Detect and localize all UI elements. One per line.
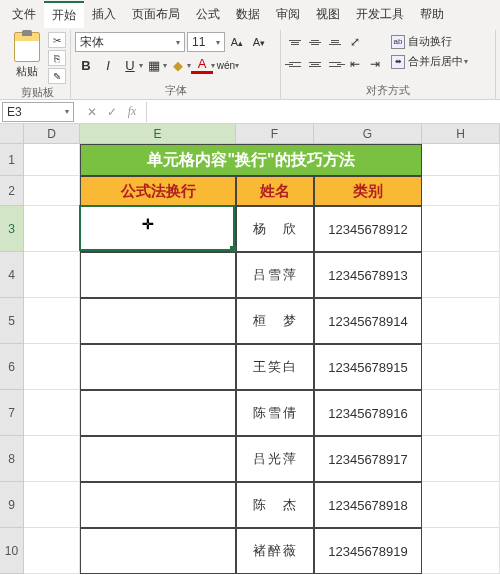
decrease-font-button[interactable]: A▾	[249, 32, 269, 52]
orientation-button[interactable]: ⤢	[345, 32, 365, 52]
cell-D8[interactable]	[24, 436, 80, 482]
menu-file[interactable]: 文件	[4, 2, 44, 27]
cell-G5[interactable]: 12345678914	[314, 298, 422, 344]
cell-H2[interactable]	[422, 176, 500, 206]
col-header-D[interactable]: D	[24, 124, 80, 144]
cell-D2[interactable]	[24, 176, 80, 206]
menu-layout[interactable]: 页面布局	[124, 2, 188, 27]
font-name-select[interactable]: 宋体▾	[75, 32, 185, 52]
align-left-button[interactable]	[285, 54, 305, 74]
cell-G3[interactable]: 12345678912	[314, 206, 422, 252]
menu-help[interactable]: 帮助	[412, 2, 452, 27]
cell-E7[interactable]	[80, 390, 236, 436]
row-header-3[interactable]: 3	[0, 206, 24, 252]
cell-H4[interactable]	[422, 252, 500, 298]
cell-G7[interactable]: 12345678916	[314, 390, 422, 436]
cell-F8[interactable]: 吕光萍	[236, 436, 314, 482]
menu-dev[interactable]: 开发工具	[348, 2, 412, 27]
row-header-2[interactable]: 2	[0, 176, 24, 206]
col-header-H[interactable]: H	[422, 124, 500, 144]
cell-H6[interactable]	[422, 344, 500, 390]
row-header-10[interactable]: 10	[0, 528, 24, 574]
phonetic-button[interactable]: wén	[215, 54, 237, 76]
formula-input[interactable]	[146, 102, 500, 122]
cell-E9[interactable]	[80, 482, 236, 528]
cell-E3[interactable]	[80, 206, 236, 252]
menu-formula[interactable]: 公式	[188, 2, 228, 27]
col-header-F[interactable]: F	[236, 124, 314, 144]
font-color-button[interactable]: A	[191, 56, 213, 74]
cell-G8[interactable]: 12345678917	[314, 436, 422, 482]
cell-E8[interactable]	[80, 436, 236, 482]
row-header-6[interactable]: 6	[0, 344, 24, 390]
cell-D9[interactable]	[24, 482, 80, 528]
cell-F6[interactable]: 王笑白	[236, 344, 314, 390]
cell-E5[interactable]	[80, 298, 236, 344]
menu-insert[interactable]: 插入	[84, 2, 124, 27]
table-header-name[interactable]: 姓名	[236, 176, 314, 206]
select-all-corner[interactable]	[0, 124, 24, 144]
cell-E10[interactable]	[80, 528, 236, 574]
enter-formula-button[interactable]: ✓	[104, 105, 120, 119]
fill-color-button[interactable]: ◆	[167, 54, 189, 76]
cell-F5[interactable]: 桓 梦	[236, 298, 314, 344]
row-header-4[interactable]: 4	[0, 252, 24, 298]
align-right-button[interactable]	[325, 54, 345, 74]
increase-font-button[interactable]: A▴	[227, 32, 247, 52]
align-top-button[interactable]	[285, 32, 305, 52]
row-header-8[interactable]: 8	[0, 436, 24, 482]
cell-D3[interactable]	[24, 206, 80, 252]
cell-G10[interactable]: 12345678919	[314, 528, 422, 574]
align-bottom-button[interactable]	[325, 32, 345, 52]
col-header-E[interactable]: E	[80, 124, 236, 144]
cell-F10[interactable]: 褚醉薇	[236, 528, 314, 574]
row-header-5[interactable]: 5	[0, 298, 24, 344]
name-box[interactable]: E3▾	[2, 102, 74, 122]
cell-D7[interactable]	[24, 390, 80, 436]
cell-H9[interactable]	[422, 482, 500, 528]
cell-D1[interactable]	[24, 144, 80, 176]
cell-F7[interactable]: 陈雪倩	[236, 390, 314, 436]
cell-D6[interactable]	[24, 344, 80, 390]
cell-H3[interactable]	[422, 206, 500, 252]
underline-button[interactable]: U	[119, 54, 141, 76]
cancel-formula-button[interactable]: ✕	[84, 105, 100, 119]
table-header-category[interactable]: 类别	[314, 176, 422, 206]
row-header-9[interactable]: 9	[0, 482, 24, 528]
cell-F3[interactable]: 杨 欣	[236, 206, 314, 252]
cut-button[interactable]: ✂	[48, 32, 66, 48]
cell-D5[interactable]	[24, 298, 80, 344]
decrease-indent-button[interactable]: ⇤	[345, 54, 365, 74]
table-title[interactable]: 单元格内容"换行"的技巧方法	[80, 144, 422, 176]
row-header-1[interactable]: 1	[0, 144, 24, 176]
merge-center-button[interactable]: ⬌合并后居中▾	[387, 52, 472, 71]
font-size-select[interactable]: 11▾	[187, 32, 225, 52]
cell-H5[interactable]	[422, 298, 500, 344]
row-header-7[interactable]: 7	[0, 390, 24, 436]
cell-G6[interactable]: 12345678915	[314, 344, 422, 390]
cell-E6[interactable]	[80, 344, 236, 390]
cell-D4[interactable]	[24, 252, 80, 298]
table-header-formula[interactable]: 公式法换行	[80, 176, 236, 206]
cell-H7[interactable]	[422, 390, 500, 436]
menu-view[interactable]: 视图	[308, 2, 348, 27]
border-button[interactable]: ▦	[143, 54, 165, 76]
format-painter-button[interactable]: ✎	[48, 68, 66, 84]
cell-G4[interactable]: 12345678913	[314, 252, 422, 298]
cell-E4[interactable]	[80, 252, 236, 298]
cell-H1[interactable]	[422, 144, 500, 176]
fx-button[interactable]: fx	[124, 104, 140, 119]
cell-D10[interactable]	[24, 528, 80, 574]
align-center-button[interactable]	[305, 54, 325, 74]
cell-F9[interactable]: 陈 杰	[236, 482, 314, 528]
menu-data[interactable]: 数据	[228, 2, 268, 27]
menu-home[interactable]: 开始	[44, 1, 84, 28]
copy-button[interactable]: ⎘	[48, 50, 66, 66]
paste-button[interactable]: 粘贴	[8, 30, 46, 81]
increase-indent-button[interactable]: ⇥	[365, 54, 385, 74]
wrap-text-button[interactable]: ab自动换行	[387, 32, 472, 51]
cell-G9[interactable]: 12345678918	[314, 482, 422, 528]
col-header-G[interactable]: G	[314, 124, 422, 144]
bold-button[interactable]: B	[75, 54, 97, 76]
cell-F4[interactable]: 吕雪萍	[236, 252, 314, 298]
